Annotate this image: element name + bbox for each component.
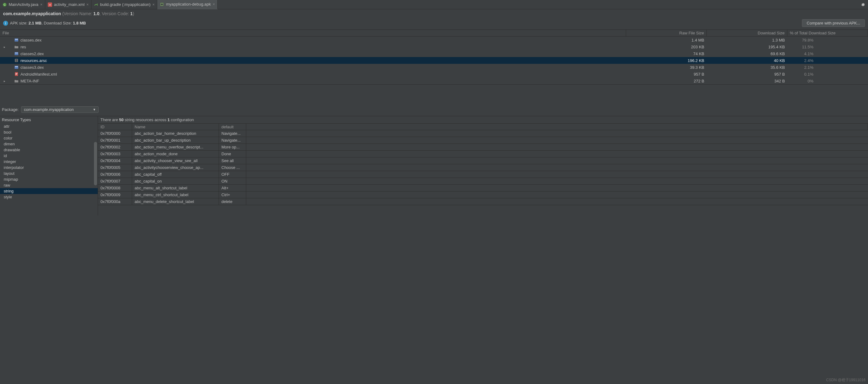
version-code-label: , Version Code:: [99, 11, 130, 16]
string-row[interactable]: 0x7f0f0003abc_action_mode_doneDone: [98, 151, 868, 157]
string-name: abc_menu_delete_shortcut_label: [132, 198, 219, 205]
resource-type-item[interactable]: dimen: [0, 141, 98, 147]
file-row[interactable]: resources.arsc196.2 KB40 KB2.4%: [0, 57, 868, 64]
svg-text:C: C: [4, 3, 6, 6]
svg-rect-10: [17, 39, 18, 40]
resource-type-item[interactable]: integer: [0, 159, 98, 165]
resource-type-item[interactable]: id: [0, 153, 98, 159]
apk-header: com.example.myapplication (Version Name:…: [0, 9, 868, 18]
resource-type-item[interactable]: raw: [0, 182, 98, 188]
close-icon[interactable]: ×: [152, 2, 154, 7]
col-name[interactable]: Name: [132, 124, 219, 130]
svg-rect-12: [15, 53, 16, 53]
string-id: 0x7f0f000a: [98, 198, 132, 205]
class-icon: C: [2, 2, 7, 7]
close-icon[interactable]: ×: [40, 2, 42, 7]
string-default: Choose ...: [219, 164, 246, 171]
pct-bar: [816, 52, 866, 56]
raw-size: 272 B: [626, 77, 707, 84]
string-default: delete: [219, 198, 246, 205]
resource-type-item[interactable]: attr: [0, 123, 98, 129]
string-default: Ctrl+: [219, 192, 246, 198]
file-row[interactable]: ▸res203 KB195.4 KB11.5%: [0, 43, 868, 50]
resource-types-list[interactable]: attrboolcolordimendrawableidintegerinter…: [0, 123, 98, 215]
pct-value: 0.1%: [799, 72, 813, 76]
svg-point-4: [97, 3, 98, 4]
resource-type-item[interactable]: bool: [0, 129, 98, 135]
file-row[interactable]: classes2.dex74 KB69.6 KB4.1%: [0, 50, 868, 57]
string-row[interactable]: 0x7f0f0001abc_action_bar_up_descriptionN…: [98, 137, 868, 144]
svg-text:xl: xl: [49, 3, 51, 6]
string-row[interactable]: 0x7f0f0009abc_menu_ctrl_shortcut_labelCt…: [98, 192, 868, 198]
resource-type-item[interactable]: drawable: [0, 147, 98, 153]
pct-value: 2.1%: [799, 65, 813, 70]
editor-tab[interactable]: myapplication-debug.apk×: [157, 0, 218, 9]
string-row[interactable]: 0x7f0f0006abc_capital_offOFF: [98, 171, 868, 178]
editor-tab[interactable]: build.gradle (:myapplication)×: [91, 0, 158, 9]
info-icon: i: [3, 21, 8, 26]
editor-tab[interactable]: xlactivity_main.xml×: [45, 0, 91, 9]
string-table-header: ID Name default: [98, 123, 868, 130]
resource-type-item[interactable]: interpolator: [0, 165, 98, 170]
expander-icon[interactable]: ▸: [2, 45, 6, 49]
package-select[interactable]: com.example.myapplication ▼: [21, 106, 99, 113]
svg-rect-6: [161, 4, 163, 5]
svg-rect-21: [17, 66, 18, 67]
string-row[interactable]: 0x7f0f0004abc_activity_chooser_view_see_…: [98, 157, 868, 164]
file-row[interactable]: classes.dex1.4 MB1.3 MB79.8%: [0, 37, 868, 43]
xml-icon: xl: [48, 2, 52, 7]
string-row[interactable]: 0x7f0f0008abc_menu_alt_shortcut_labelAlt…: [98, 185, 868, 192]
file-table: File Raw File Size Download Size % of To…: [0, 29, 868, 85]
col-file[interactable]: File: [0, 30, 626, 36]
string-name: abc_capital_on: [132, 178, 219, 185]
scrollbar-thumb[interactable]: [94, 142, 97, 185]
string-name: abc_menu_alt_shortcut_label: [132, 185, 219, 192]
col-id[interactable]: ID: [98, 124, 132, 130]
resource-count-line: There are 50 string resources across 1 c…: [98, 116, 868, 123]
string-row[interactable]: 0x7f0f0002abc_action_menu_overflow_descr…: [98, 144, 868, 151]
resource-types-header: Resource Types: [0, 116, 98, 123]
pct-bar: [816, 79, 866, 83]
col-download-size[interactable]: Download Size: [707, 30, 787, 36]
apk-size-value: 2.1 MB: [29, 21, 41, 25]
string-default: ON: [219, 178, 246, 185]
tabbar-settings-icon[interactable]: [858, 2, 868, 7]
file-row[interactable]: classes3.dex39.3 KB35.6 KB2.1%: [0, 64, 868, 71]
col-raw-size[interactable]: Raw File Size: [626, 30, 707, 36]
expander-icon[interactable]: ▸: [2, 79, 6, 83]
col-pct-download[interactable]: % of Total Download Size: [787, 30, 868, 36]
file-row[interactable]: AndroidManifest.xml957 B957 B0.1%: [0, 71, 868, 77]
raw-size: 203 KB: [626, 43, 707, 50]
raw-size: 74 KB: [626, 50, 707, 57]
resource-type-item[interactable]: layout: [0, 170, 98, 177]
compare-apk-button[interactable]: Compare with previous APK...: [802, 19, 865, 27]
close-icon[interactable]: ×: [213, 2, 215, 6]
col-default[interactable]: default: [219, 124, 246, 130]
svg-rect-13: [16, 53, 17, 53]
svg-rect-14: [17, 53, 18, 53]
string-row[interactable]: 0x7f0f0005abc_activitychooserview_choose…: [98, 164, 868, 171]
svg-rect-16: [16, 60, 18, 60]
pct-value: 2.4%: [799, 58, 813, 63]
string-row[interactable]: 0x7f0f0007abc_capital_onON: [98, 178, 868, 185]
string-table: ID Name default 0x7f0f0000abc_action_bar…: [98, 123, 868, 205]
svg-rect-17: [16, 61, 18, 61]
string-row[interactable]: 0x7f0f0000abc_action_bar_home_descriptio…: [98, 130, 868, 137]
pct-bar: [816, 45, 866, 49]
download-size: 195.4 KB: [707, 43, 787, 50]
resource-type-item[interactable]: style: [0, 194, 98, 200]
file-row[interactable]: ▸META-INF272 B342 B0%: [0, 77, 868, 84]
resource-type-item[interactable]: mipmap: [0, 177, 98, 182]
string-name: abc_activitychooserview_choose_ap...: [132, 164, 219, 171]
string-id: 0x7f0f0008: [98, 185, 132, 192]
version-name-label: (Version Name:: [62, 11, 93, 16]
pct-bar: [816, 65, 866, 69]
resource-type-item[interactable]: color: [0, 135, 98, 141]
close-icon[interactable]: ×: [87, 2, 89, 7]
string-row[interactable]: 0x7f0f000aabc_menu_delete_shortcut_label…: [98, 198, 868, 205]
resource-type-item[interactable]: string: [0, 188, 98, 194]
editor-tab[interactable]: CMainActivity.java×: [0, 0, 45, 9]
col-extra[interactable]: [246, 124, 868, 130]
manifest-icon: [14, 72, 19, 76]
download-size: 957 B: [707, 71, 787, 77]
